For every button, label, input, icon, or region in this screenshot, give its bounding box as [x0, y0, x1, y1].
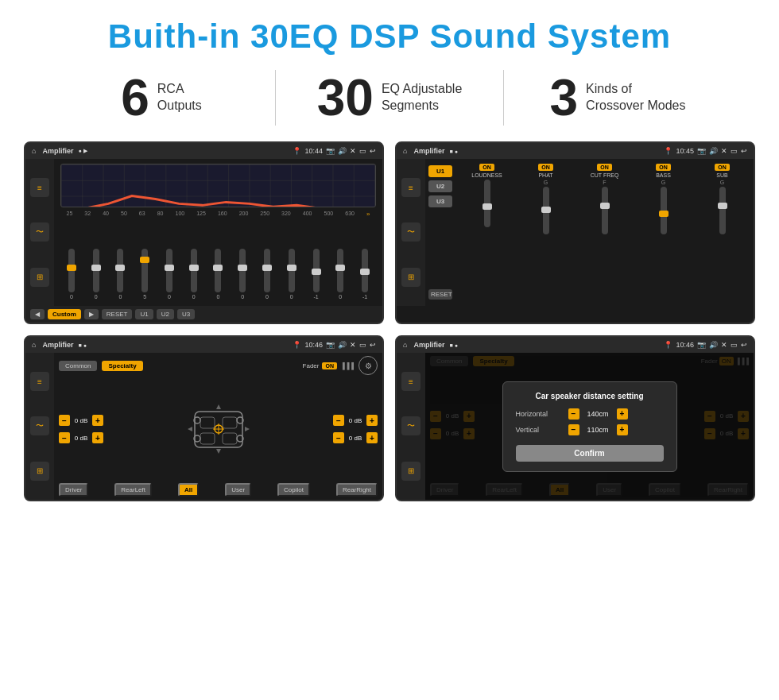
amp-wave-btn[interactable]: 〜 — [401, 222, 421, 242]
amp-vol-btn[interactable]: ⊞ — [401, 268, 421, 287]
user-btn[interactable]: User — [225, 483, 251, 497]
vol-row-fr: − 0 dB + — [333, 415, 378, 426]
spec-wave-btn[interactable]: 〜 — [30, 416, 49, 435]
eq-slider-2: 0 — [117, 249, 123, 300]
eq-prev-btn[interactable]: ◀ — [30, 309, 45, 319]
confirm-button[interactable]: Confirm — [516, 445, 664, 462]
spec-vol-btn[interactable]: ⊞ — [30, 462, 49, 481]
back-icon-4[interactable]: ↩ — [741, 341, 747, 349]
ch-slider-bass[interactable] — [661, 187, 667, 234]
eq-slider-12: -1 — [362, 249, 368, 300]
vertical-plus[interactable]: + — [617, 424, 628, 435]
preset-u3[interactable]: U3 — [428, 195, 452, 207]
home-icon-3[interactable]: ⌂ — [32, 341, 36, 349]
spec-tune-btn[interactable]: ≡ — [30, 372, 49, 391]
vertical-value: 110cm — [584, 426, 612, 434]
all-btn[interactable]: All — [178, 483, 199, 497]
topbar-4: ⌂ Amplifier ■ ● 📍 10:46 📷 🔊 ✕ ▭ ↩ — [397, 337, 754, 353]
tab-specialty[interactable]: Specialty — [102, 361, 142, 371]
eq-left-controls: ≡ 〜 ⊞ — [25, 159, 54, 306]
vol-row-rl: − 0 dB + — [59, 432, 103, 443]
fader-label: Fader — [303, 362, 320, 369]
location-icon-4: 📍 — [664, 341, 672, 349]
vol-rr-minus[interactable]: − — [333, 432, 344, 443]
eq-custom-btn[interactable]: Custom — [48, 309, 81, 319]
svg-marker-14 — [216, 449, 221, 454]
vol-rl-plus[interactable]: + — [92, 432, 103, 443]
eq-screen-card: ⌂ Amplifier ● ▶ 📍 10:44 📷 🔊 ✕ ▭ ↩ ≡ 〜 ⊞ — [24, 141, 384, 324]
ch-toggle-loudness[interactable]: ON — [479, 164, 494, 171]
ch-slider-phat[interactable] — [543, 187, 549, 234]
home-icon-2[interactable]: ⌂ — [403, 147, 407, 155]
back-icon[interactable]: ↩ — [370, 147, 376, 155]
ch-label-phat: PHAT — [538, 172, 552, 178]
horizontal-plus[interactable]: + — [617, 408, 628, 420]
channel-cutfreq: ON CUT FREQ F — [576, 164, 633, 301]
car-diagram-area — [108, 400, 328, 459]
ch-toggle-cutfreq[interactable]: ON — [597, 164, 612, 171]
eq-slider-6: 0 — [215, 249, 221, 300]
eq-u2-btn[interactable]: U2 — [157, 309, 174, 319]
tab-common[interactable]: Common — [59, 361, 97, 371]
preset-u1[interactable]: U1 — [428, 165, 452, 177]
vol-fr-minus[interactable]: − — [333, 415, 344, 426]
amp-screen-body: ≡ 〜 ⊞ U1 U2 U3 RESET ON LOUDNESS — [397, 159, 754, 306]
rearleft-btn[interactable]: RearLeft — [114, 483, 152, 497]
eq-reset-btn[interactable]: RESET — [102, 309, 133, 319]
ch-slider-sub[interactable] — [719, 187, 726, 234]
eq-u1-btn[interactable]: U1 — [135, 309, 153, 319]
eq-slider-4: 0 — [166, 249, 172, 300]
dialog-screen-card: ⌂ Amplifier ■ ● 📍 10:46 📷 🔊 ✕ ▭ ↩ ≡ 〜 ⊞ — [395, 335, 755, 501]
eq-slider-1: 0 — [93, 249, 99, 300]
fader-on-toggle[interactable]: ON — [322, 362, 337, 369]
vol-col-right: − 0 dB + − 0 dB + — [333, 415, 378, 443]
home-icon-4[interactable]: ⌂ — [403, 341, 407, 349]
eq-slider-8: 0 — [264, 249, 270, 300]
svg-marker-13 — [216, 404, 221, 409]
eq-slider-9: 0 — [289, 249, 295, 300]
vol-fr-plus[interactable]: + — [366, 415, 378, 426]
topbar-dots-4: ■ ● — [449, 342, 457, 348]
fader-slider[interactable]: ▐▐▐ — [340, 362, 354, 369]
back-icon-2[interactable]: ↩ — [741, 147, 747, 155]
driver-btn[interactable]: Driver — [59, 483, 88, 497]
dial-vol-btn[interactable]: ⊞ — [401, 462, 421, 481]
eq-tune-btn[interactable]: ≡ — [30, 178, 49, 197]
eq-play-btn[interactable]: ▶ — [84, 309, 99, 319]
topbar-dots-2: ■ ● — [449, 149, 457, 154]
svg-rect-4 — [200, 433, 215, 444]
channel-loudness: ON LOUDNESS — [459, 164, 515, 301]
camera-icon: 📷 — [326, 147, 335, 155]
vol-rl-minus[interactable]: − — [59, 432, 70, 443]
eq-wave-btn[interactable]: 〜 — [30, 222, 49, 242]
horizontal-minus[interactable]: − — [568, 408, 579, 420]
x-icon-4: ✕ — [721, 341, 727, 349]
stat-crossover-label: Kinds of Crossover Modes — [586, 81, 685, 114]
dialog-screen-body: ≡ 〜 ⊞ Common Specialty Fader ON ▐▐▐ −0 d… — [397, 353, 754, 500]
location-icon-2: 📍 — [664, 147, 672, 155]
vertical-minus[interactable]: − — [568, 424, 579, 435]
eq-u3-btn[interactable]: U3 — [177, 309, 195, 319]
eq-main-area: 2532405063 80100125160200 25032040050063… — [54, 159, 382, 306]
dial-tune-btn[interactable]: ≡ — [401, 372, 421, 391]
vol-rr-plus[interactable]: + — [366, 432, 378, 443]
amp-channels-area: ON LOUDNESS ON PHAT G — [455, 159, 754, 306]
eq-vol-btn[interactable]: ⊞ — [30, 268, 49, 287]
ch-toggle-bass[interactable]: ON — [656, 164, 671, 171]
dial-wave-btn[interactable]: 〜 — [401, 416, 421, 435]
vol-fl-minus[interactable]: − — [59, 415, 70, 426]
minimize-icon: ▭ — [359, 147, 366, 155]
back-icon-3[interactable]: ↩ — [370, 341, 376, 349]
vol-fl-plus[interactable]: + — [92, 415, 103, 426]
ch-slider-loudness[interactable] — [484, 180, 490, 227]
ch-toggle-sub[interactable]: ON — [715, 164, 730, 171]
amp-tune-btn[interactable]: ≡ — [401, 178, 421, 197]
ch-slider-cutfreq[interactable] — [602, 187, 608, 234]
preset-u2[interactable]: U2 — [428, 180, 452, 192]
rearright-btn[interactable]: RearRight — [336, 483, 378, 497]
settings-icon[interactable]: ⚙ — [358, 356, 378, 375]
copilot-btn[interactable]: Copilot — [277, 483, 310, 497]
home-icon[interactable]: ⌂ — [32, 147, 36, 155]
amp-reset-btn[interactable]: RESET — [428, 289, 452, 300]
ch-toggle-phat[interactable]: ON — [538, 164, 553, 171]
